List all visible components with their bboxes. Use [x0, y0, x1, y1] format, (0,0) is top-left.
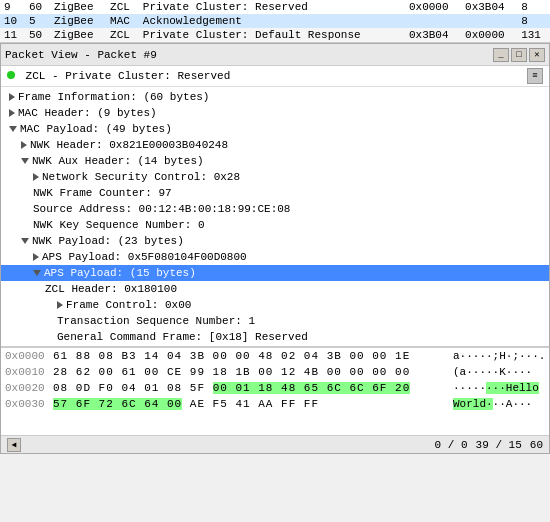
row-src: 0x3B04 — [405, 28, 461, 42]
hex-row-0[interactable]: 0x0000 61 88 08 B3 14 04 3B 00 00 48 02 … — [1, 348, 549, 364]
window-title: Packet View - Packet #9 — [5, 49, 157, 61]
hex-dump: 0x0000 61 88 08 B3 14 04 3B 00 00 48 02 … — [1, 347, 549, 435]
tree-item-mac-header[interactable]: MAC Header: (9 bytes) — [1, 105, 549, 121]
tree-item-label: MAC Payload: (49 bytes) — [20, 123, 172, 135]
expand-icon — [21, 141, 27, 149]
row-time: 5 — [25, 14, 50, 28]
hex-addr: 0x0010 — [5, 366, 53, 378]
row-dst: 0x3B04 — [461, 0, 517, 14]
hex-ascii: ········Hello — [445, 382, 545, 394]
hex-row-1[interactable]: 0x0010 28 62 00 61 00 CE 99 18 1B 00 12 … — [1, 364, 549, 380]
tree-item-label: General Command Frame: [0x18] Reserved — [57, 331, 308, 343]
hex-bytes: 28 62 00 61 00 CE 99 18 1B 00 12 4B 00 0… — [53, 366, 445, 378]
packet-list: 9 60 ZigBee ZCL Private Cluster: Reserve… — [0, 0, 550, 43]
row-protocol: ZigBee — [50, 14, 106, 28]
tree-item-nwk-header[interactable]: NWK Header: 0x821E00003B040248 — [1, 137, 549, 153]
tree-item-nwk-frame-counter[interactable]: NWK Frame Counter: 97 — [1, 185, 549, 201]
tree-item-nwk-payload[interactable]: NWK Payload: (23 bytes) — [1, 233, 549, 249]
row-info: Private Cluster: Reserved — [139, 0, 405, 14]
tree-item-label: NWK Frame Counter: 97 — [33, 187, 172, 199]
tree-item-nwk-sec-ctrl[interactable]: Network Security Control: 0x28 — [1, 169, 549, 185]
tree-item-label: Network Security Control: 0x28 — [42, 171, 240, 183]
hex-bytes: 61 88 08 B3 14 04 3B 00 00 48 02 04 3B 0… — [53, 350, 445, 362]
row-src — [405, 14, 461, 28]
tree-item-label: Source Address: 00:12:4B:00:18:99:CE:08 — [33, 203, 290, 215]
protocol-icon[interactable]: ≡ — [527, 68, 543, 84]
tree-item-nwk-key-seq[interactable]: NWK Key Sequence Number: 0 — [1, 217, 549, 233]
maximize-button[interactable]: □ — [511, 48, 527, 62]
row-time: 60 — [25, 0, 50, 14]
row-time: 50 — [25, 28, 50, 42]
hex-bytes: 08 0D F0 04 01 08 5F 00 01 18 48 65 6C 6… — [53, 382, 445, 394]
tree-item-aps-payload-raw[interactable]: APS Payload: 0x5F080104F00D0800 — [1, 249, 549, 265]
tree-item-frame-info[interactable]: Frame Information: (60 bytes) — [1, 89, 549, 105]
tree-item-zcl-header[interactable]: ZCL Header: 0x180100 — [1, 281, 549, 297]
row-dst — [461, 14, 517, 28]
row-size: 8 — [517, 14, 550, 28]
position-label: 39 / 15 — [476, 439, 522, 451]
hex-row-3[interactable]: 0x0030 57 6F 72 6C 64 00 AE F5 41 AA FF … — [1, 396, 549, 412]
row-layer: MAC — [106, 14, 139, 28]
tree-item-nwk-aux-header[interactable]: NWK Aux Header: (14 bytes) — [1, 153, 549, 169]
tree-item-label: APS Payload: (15 bytes) — [44, 267, 196, 279]
tree-item-aps-payload[interactable]: APS Payload: (15 bytes) — [1, 265, 549, 281]
counter-label: 0 / 0 — [435, 439, 468, 451]
row-info: Acknowledgement — [139, 14, 405, 28]
hex-ascii: (a·····K···· — [445, 366, 545, 378]
expand-icon — [21, 158, 29, 164]
statusbar: ◀ 0 / 0 39 / 15 60 — [1, 435, 549, 453]
row-src: 0x0000 — [405, 0, 461, 14]
tree-item-label: APS Payload: 0x5F080104F00D0800 — [42, 251, 247, 263]
tree-item-label: NWK Aux Header: (14 bytes) — [32, 155, 204, 167]
tree-item-label: NWK Payload: (23 bytes) — [32, 235, 184, 247]
protocol-label-container: ZCL - Private Cluster: Reserved — [7, 70, 230, 82]
row-num: 11 — [0, 28, 25, 42]
row-protocol: ZigBee — [50, 0, 106, 14]
row-layer: ZCL — [106, 28, 139, 42]
tree-item-tsn[interactable]: Transaction Sequence Number: 1 — [1, 313, 549, 329]
hex-bytes: 57 6F 72 6C 64 00 AE F5 41 AA FF FF — [53, 398, 445, 410]
tree-view: Frame Information: (60 bytes) MAC Header… — [1, 87, 549, 347]
expand-icon — [9, 93, 15, 101]
row-size: 8 — [517, 0, 550, 14]
window-controls: _ □ ✕ — [493, 48, 545, 62]
protocol-label: ZCL - Private Cluster: Reserved — [26, 70, 231, 82]
row-num: 9 — [0, 0, 25, 14]
expand-icon — [21, 238, 29, 244]
hex-addr: 0x0020 — [5, 382, 53, 394]
table-row[interactable]: 9 60 ZigBee ZCL Private Cluster: Reserve… — [0, 0, 550, 14]
row-dst: 0x0000 — [461, 28, 517, 42]
tree-item-label: NWK Header: 0x821E00003B040248 — [30, 139, 228, 151]
tree-item-general-cmd[interactable]: General Command Frame: [0x18] Reserved — [1, 329, 549, 345]
packet-view-window: Packet View - Packet #9 _ □ ✕ ZCL - Priv… — [0, 43, 550, 454]
protocol-status-dot — [7, 71, 15, 79]
tree-item-frame-control[interactable]: Frame Control: 0x00 — [1, 297, 549, 313]
tree-item-source-addr[interactable]: Source Address: 00:12:4B:00:18:99:CE:08 — [1, 201, 549, 217]
minimize-button[interactable]: _ — [493, 48, 509, 62]
hex-addr: 0x0000 — [5, 350, 53, 362]
statusbar-left: ◀ — [7, 438, 21, 452]
hex-ascii: a·····;H·;···. — [445, 350, 545, 362]
expand-icon — [9, 126, 17, 132]
close-button[interactable]: ✕ — [529, 48, 545, 62]
hex-row-2[interactable]: 0x0020 08 0D F0 04 01 08 5F 00 01 18 48 … — [1, 380, 549, 396]
size-label: 60 — [530, 439, 543, 451]
expand-icon — [33, 173, 39, 181]
hex-addr: 0x0030 — [5, 398, 53, 410]
row-num: 10 — [0, 14, 25, 28]
tree-item-label: Frame Information: (60 bytes) — [18, 91, 209, 103]
tree-item-label: NWK Key Sequence Number: 0 — [33, 219, 205, 231]
window-titlebar: Packet View - Packet #9 _ □ ✕ — [1, 44, 549, 66]
tree-item-mac-payload[interactable]: MAC Payload: (49 bytes) — [1, 121, 549, 137]
statusbar-right: 0 / 0 39 / 15 60 — [435, 439, 543, 451]
tree-item-label: ZCL Header: 0x180100 — [45, 283, 177, 295]
table-row[interactable]: 10 5 ZigBee MAC Acknowledgement 8 — [0, 14, 550, 28]
expand-icon — [57, 301, 63, 309]
row-size: 131 — [517, 28, 550, 42]
hex-scroll-left[interactable]: ◀ — [7, 438, 21, 452]
tree-item-label: Frame Control: 0x00 — [66, 299, 191, 311]
hex-ascii: World···A··· — [445, 398, 545, 410]
tree-item-label: Transaction Sequence Number: 1 — [57, 315, 255, 327]
expand-icon — [33, 253, 39, 261]
table-row[interactable]: 11 50 ZigBee ZCL Private Cluster: Defaul… — [0, 28, 550, 42]
